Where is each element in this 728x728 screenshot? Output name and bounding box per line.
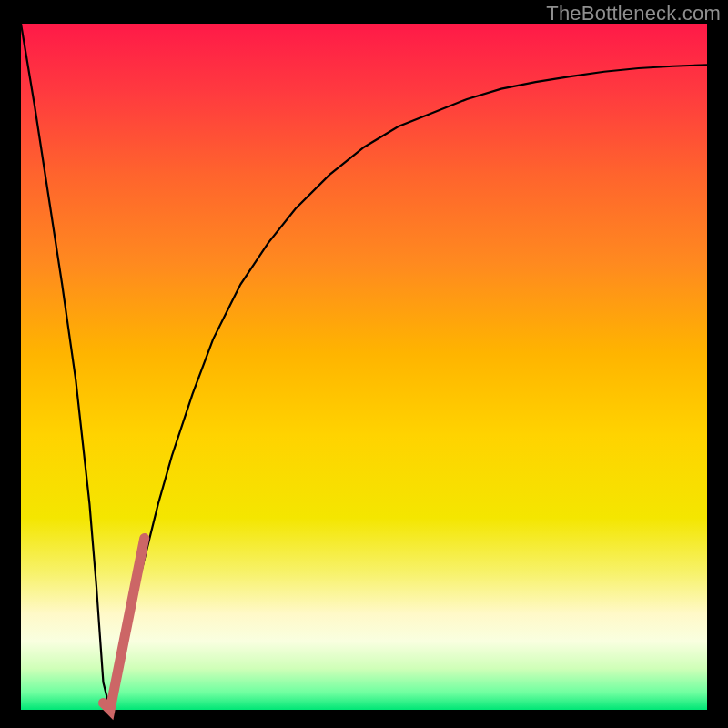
gradient-background [21, 24, 707, 710]
chart-svg [0, 0, 728, 728]
attribution-label: TheBottleneck.com [546, 2, 721, 25]
chart-stage: TheBottleneck.com [0, 0, 728, 728]
